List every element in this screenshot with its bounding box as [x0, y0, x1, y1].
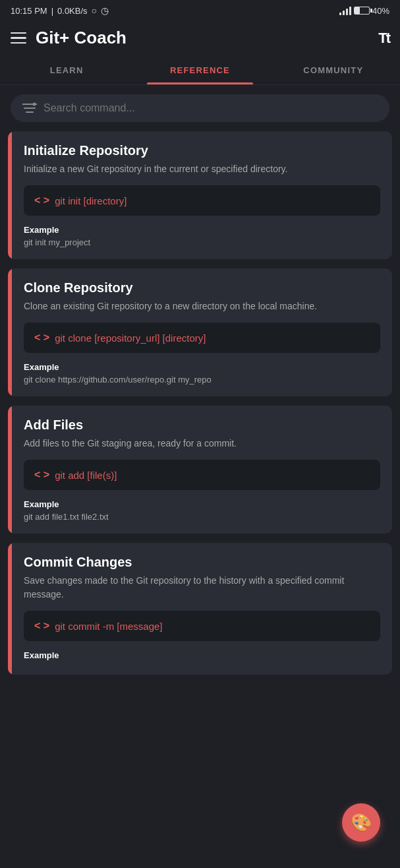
tab-learn[interactable]: LEARN	[0, 57, 133, 84]
code-brackets-icon: < >	[34, 469, 49, 481]
tab-reference[interactable]: REFERENCE	[133, 57, 266, 84]
svg-point-3	[33, 103, 36, 106]
card-commit-example-label: Example	[24, 650, 380, 660]
card-add-command-box: < > git add [file(s)]	[24, 460, 380, 490]
app-bar-left: Git+ Coach	[11, 28, 127, 48]
card-init[interactable]: Initialize Repository Initialize a new G…	[8, 131, 392, 259]
battery-fill	[355, 7, 360, 14]
card-commit-command: git commit -m [message]	[55, 621, 162, 632]
signal-bar-3	[346, 9, 348, 15]
card-commit-title: Commit Changes	[24, 555, 380, 570]
card-init-description: Initialize a new Git repository in the c…	[24, 162, 380, 176]
card-add-example-text: git add file1.txt file2.txt	[24, 512, 380, 522]
card-init-title: Initialize Repository	[24, 143, 380, 158]
signal-bar-1	[339, 13, 341, 15]
app-bar: Git+ Coach Tt	[0, 21, 400, 57]
bottom-spacer	[8, 684, 392, 724]
card-init-command-box: < > git init [directory]	[24, 185, 380, 216]
search-container	[0, 85, 400, 131]
status-network: |	[51, 6, 53, 16]
card-clone-command-box: < > git clone [repository_url] [director…	[24, 323, 380, 353]
card-clone-title: Clone Repository	[24, 280, 380, 295]
cards-container: Initialize Repository Initialize a new G…	[0, 131, 400, 724]
fab-icon: 🎨	[351, 813, 372, 833]
card-commit-description: Save changes made to the Git repository …	[24, 574, 380, 602]
battery-percent: 40%	[372, 6, 389, 16]
app-title: Git+ Coach	[36, 28, 127, 48]
card-init-example-text: git init my_project	[24, 237, 380, 247]
card-commit-command-box: < > git commit -m [message]	[24, 611, 380, 641]
card-clone-example-label: Example	[24, 362, 380, 372]
signal-bar-2	[343, 11, 345, 15]
card-add-command: git add [file(s)]	[55, 470, 117, 481]
status-left: 10:15 PM | 0.0KB/s ○ ◷	[11, 5, 109, 16]
card-clone-command: git clone [repository_url] [directory]	[55, 332, 206, 344]
status-time: 10:15 PM	[11, 6, 47, 16]
notification-icon: ○	[92, 5, 97, 16]
card-init-example-label: Example	[24, 225, 380, 235]
signal-bars	[339, 6, 351, 15]
card-clone[interactable]: Clone Repository Clone an existing Git r…	[8, 268, 392, 396]
font-size-button[interactable]: Tt	[378, 30, 389, 47]
tab-community[interactable]: COMMUNITY	[267, 57, 400, 84]
code-brackets-icon: < >	[34, 195, 49, 206]
card-clone-example-text: git clone https://github.com/user/repo.g…	[24, 375, 380, 385]
code-brackets-icon: < >	[34, 332, 49, 344]
status-bar: 10:15 PM | 0.0KB/s ○ ◷ 40%	[0, 0, 400, 21]
tab-bar: LEARN REFERENCE COMMUNITY	[0, 57, 400, 85]
card-add-description: Add files to the Git staging area, ready…	[24, 437, 380, 450]
status-right: 40%	[339, 6, 389, 16]
menu-button[interactable]	[11, 32, 26, 44]
signal-bar-4	[349, 7, 351, 15]
clock-icon: ◷	[101, 5, 109, 16]
code-brackets-icon: < >	[34, 620, 49, 632]
fab-button[interactable]: 🎨	[342, 803, 380, 842]
card-add[interactable]: Add Files Add files to the Git staging a…	[8, 406, 392, 534]
search-bar	[11, 94, 389, 122]
card-add-example-label: Example	[24, 499, 380, 509]
card-init-command: git init [directory]	[55, 195, 127, 206]
search-input[interactable]	[43, 102, 378, 114]
battery-icon	[354, 7, 370, 15]
card-clone-description: Clone an existing Git repository to a ne…	[24, 299, 380, 313]
search-filter-icon	[22, 102, 37, 114]
status-network-speed: 0.0KB/s	[57, 6, 88, 16]
card-commit[interactable]: Commit Changes Save changes made to the …	[8, 543, 392, 675]
card-add-title: Add Files	[24, 418, 380, 433]
